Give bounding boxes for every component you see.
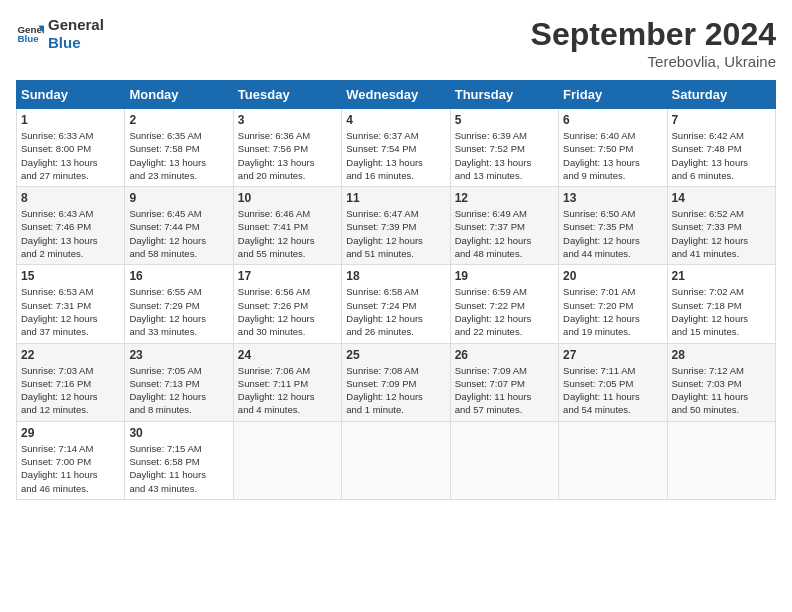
day-cell: 27Sunrise: 7:11 AM Sunset: 7:05 PM Dayli…: [559, 343, 667, 421]
day-cell: 26Sunrise: 7:09 AM Sunset: 7:07 PM Dayli…: [450, 343, 558, 421]
logo-icon: General Blue: [16, 20, 44, 48]
day-info: Sunrise: 6:56 AM Sunset: 7:26 PM Dayligh…: [238, 285, 337, 338]
day-cell: 29Sunrise: 7:14 AM Sunset: 7:00 PM Dayli…: [17, 421, 125, 499]
day-number: 12: [455, 191, 554, 205]
day-info: Sunrise: 6:43 AM Sunset: 7:46 PM Dayligh…: [21, 207, 120, 260]
day-cell: 17Sunrise: 6:56 AM Sunset: 7:26 PM Dayli…: [233, 265, 341, 343]
day-cell: 13Sunrise: 6:50 AM Sunset: 7:35 PM Dayli…: [559, 187, 667, 265]
col-header-thursday: Thursday: [450, 81, 558, 109]
day-number: 27: [563, 348, 662, 362]
day-cell: 20Sunrise: 7:01 AM Sunset: 7:20 PM Dayli…: [559, 265, 667, 343]
day-info: Sunrise: 6:33 AM Sunset: 8:00 PM Dayligh…: [21, 129, 120, 182]
day-cell: 11Sunrise: 6:47 AM Sunset: 7:39 PM Dayli…: [342, 187, 450, 265]
day-number: 9: [129, 191, 228, 205]
day-info: Sunrise: 7:11 AM Sunset: 7:05 PM Dayligh…: [563, 364, 662, 417]
day-number: 28: [672, 348, 771, 362]
day-number: 10: [238, 191, 337, 205]
day-cell: 21Sunrise: 7:02 AM Sunset: 7:18 PM Dayli…: [667, 265, 775, 343]
day-info: Sunrise: 6:46 AM Sunset: 7:41 PM Dayligh…: [238, 207, 337, 260]
day-number: 1: [21, 113, 120, 127]
day-cell: 5Sunrise: 6:39 AM Sunset: 7:52 PM Daylig…: [450, 109, 558, 187]
day-number: 2: [129, 113, 228, 127]
day-number: 16: [129, 269, 228, 283]
day-cell: [450, 421, 558, 499]
day-cell: 4Sunrise: 6:37 AM Sunset: 7:54 PM Daylig…: [342, 109, 450, 187]
day-number: 6: [563, 113, 662, 127]
day-info: Sunrise: 7:09 AM Sunset: 7:07 PM Dayligh…: [455, 364, 554, 417]
day-info: Sunrise: 6:45 AM Sunset: 7:44 PM Dayligh…: [129, 207, 228, 260]
day-number: 24: [238, 348, 337, 362]
day-number: 19: [455, 269, 554, 283]
day-info: Sunrise: 7:08 AM Sunset: 7:09 PM Dayligh…: [346, 364, 445, 417]
day-number: 8: [21, 191, 120, 205]
day-info: Sunrise: 6:42 AM Sunset: 7:48 PM Dayligh…: [672, 129, 771, 182]
day-cell: 28Sunrise: 7:12 AM Sunset: 7:03 PM Dayli…: [667, 343, 775, 421]
day-info: Sunrise: 7:05 AM Sunset: 7:13 PM Dayligh…: [129, 364, 228, 417]
day-cell: 14Sunrise: 6:52 AM Sunset: 7:33 PM Dayli…: [667, 187, 775, 265]
day-number: 5: [455, 113, 554, 127]
page-header: General Blue General Blue September 2024…: [16, 16, 776, 70]
day-info: Sunrise: 6:53 AM Sunset: 7:31 PM Dayligh…: [21, 285, 120, 338]
logo: General Blue General Blue: [16, 16, 104, 52]
col-header-saturday: Saturday: [667, 81, 775, 109]
day-number: 26: [455, 348, 554, 362]
day-cell: 1Sunrise: 6:33 AM Sunset: 8:00 PM Daylig…: [17, 109, 125, 187]
day-cell: 6Sunrise: 6:40 AM Sunset: 7:50 PM Daylig…: [559, 109, 667, 187]
day-number: 20: [563, 269, 662, 283]
day-number: 23: [129, 348, 228, 362]
day-cell: [342, 421, 450, 499]
day-number: 13: [563, 191, 662, 205]
col-header-friday: Friday: [559, 81, 667, 109]
week-row-3: 15Sunrise: 6:53 AM Sunset: 7:31 PM Dayli…: [17, 265, 776, 343]
day-cell: 9Sunrise: 6:45 AM Sunset: 7:44 PM Daylig…: [125, 187, 233, 265]
header-row: SundayMondayTuesdayWednesdayThursdayFrid…: [17, 81, 776, 109]
day-cell: [233, 421, 341, 499]
day-cell: 7Sunrise: 6:42 AM Sunset: 7:48 PM Daylig…: [667, 109, 775, 187]
day-info: Sunrise: 6:50 AM Sunset: 7:35 PM Dayligh…: [563, 207, 662, 260]
day-cell: 10Sunrise: 6:46 AM Sunset: 7:41 PM Dayli…: [233, 187, 341, 265]
title-area: September 2024 Terebovlia, Ukraine: [531, 16, 776, 70]
day-number: 15: [21, 269, 120, 283]
day-info: Sunrise: 6:47 AM Sunset: 7:39 PM Dayligh…: [346, 207, 445, 260]
day-info: Sunrise: 6:55 AM Sunset: 7:29 PM Dayligh…: [129, 285, 228, 338]
day-info: Sunrise: 6:37 AM Sunset: 7:54 PM Dayligh…: [346, 129, 445, 182]
day-cell: 3Sunrise: 6:36 AM Sunset: 7:56 PM Daylig…: [233, 109, 341, 187]
week-row-4: 22Sunrise: 7:03 AM Sunset: 7:16 PM Dayli…: [17, 343, 776, 421]
day-number: 18: [346, 269, 445, 283]
day-number: 30: [129, 426, 228, 440]
day-cell: [559, 421, 667, 499]
day-info: Sunrise: 6:59 AM Sunset: 7:22 PM Dayligh…: [455, 285, 554, 338]
day-info: Sunrise: 6:35 AM Sunset: 7:58 PM Dayligh…: [129, 129, 228, 182]
day-cell: 25Sunrise: 7:08 AM Sunset: 7:09 PM Dayli…: [342, 343, 450, 421]
day-number: 4: [346, 113, 445, 127]
day-number: 22: [21, 348, 120, 362]
day-cell: 30Sunrise: 7:15 AM Sunset: 6:58 PM Dayli…: [125, 421, 233, 499]
day-info: Sunrise: 6:52 AM Sunset: 7:33 PM Dayligh…: [672, 207, 771, 260]
day-info: Sunrise: 7:14 AM Sunset: 7:00 PM Dayligh…: [21, 442, 120, 495]
day-cell: 19Sunrise: 6:59 AM Sunset: 7:22 PM Dayli…: [450, 265, 558, 343]
day-number: 3: [238, 113, 337, 127]
logo-blue: Blue: [48, 34, 81, 51]
day-number: 17: [238, 269, 337, 283]
day-cell: 2Sunrise: 6:35 AM Sunset: 7:58 PM Daylig…: [125, 109, 233, 187]
day-number: 21: [672, 269, 771, 283]
location-title: Terebovlia, Ukraine: [531, 53, 776, 70]
col-header-sunday: Sunday: [17, 81, 125, 109]
day-info: Sunrise: 6:49 AM Sunset: 7:37 PM Dayligh…: [455, 207, 554, 260]
week-row-5: 29Sunrise: 7:14 AM Sunset: 7:00 PM Dayli…: [17, 421, 776, 499]
week-row-1: 1Sunrise: 6:33 AM Sunset: 8:00 PM Daylig…: [17, 109, 776, 187]
day-cell: 24Sunrise: 7:06 AM Sunset: 7:11 PM Dayli…: [233, 343, 341, 421]
day-info: Sunrise: 7:06 AM Sunset: 7:11 PM Dayligh…: [238, 364, 337, 417]
day-cell: 22Sunrise: 7:03 AM Sunset: 7:16 PM Dayli…: [17, 343, 125, 421]
day-cell: 23Sunrise: 7:05 AM Sunset: 7:13 PM Dayli…: [125, 343, 233, 421]
col-header-monday: Monday: [125, 81, 233, 109]
calendar-table: SundayMondayTuesdayWednesdayThursdayFrid…: [16, 80, 776, 500]
day-number: 29: [21, 426, 120, 440]
day-number: 7: [672, 113, 771, 127]
day-cell: 16Sunrise: 6:55 AM Sunset: 7:29 PM Dayli…: [125, 265, 233, 343]
day-cell: 18Sunrise: 6:58 AM Sunset: 7:24 PM Dayli…: [342, 265, 450, 343]
day-info: Sunrise: 7:15 AM Sunset: 6:58 PM Dayligh…: [129, 442, 228, 495]
svg-text:Blue: Blue: [17, 33, 39, 44]
col-header-tuesday: Tuesday: [233, 81, 341, 109]
logo-general: General: [48, 16, 104, 33]
